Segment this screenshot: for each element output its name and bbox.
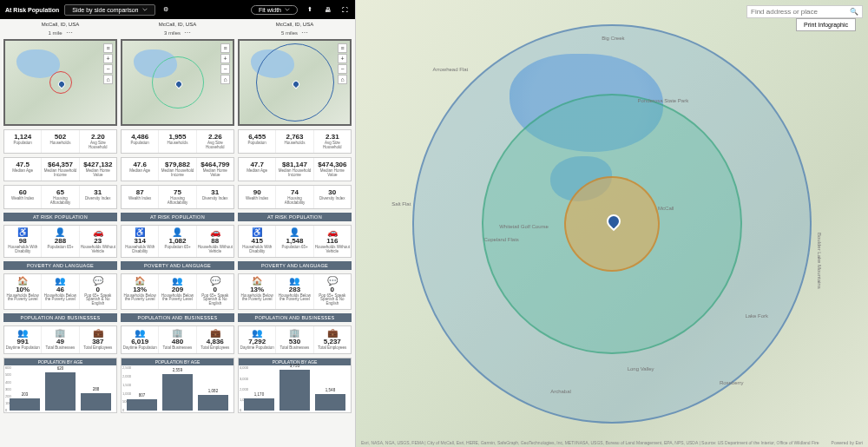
chart-bar: 1,548 [315,394,345,411]
stat-label: Households Without Vehicle [81,246,115,254]
mini-map-controls: ≡ + − ⌂ [338,43,347,84]
stat-value: $64,357 [43,161,77,168]
stat-label: Diversity Index [81,197,115,201]
map-label: Copeland Flats [484,237,519,242]
search-icon[interactable]: 🔍 [850,8,858,16]
stat-label: Households Below the Poverty Level [277,294,312,303]
stat-value: 1,955 [160,133,194,141]
powered-by: Powered by Esri [832,440,863,445]
stat-label: Daytime Population [240,346,274,351]
stat-label: Population 65+ [43,246,77,250]
search-input[interactable] [751,8,846,16]
stat-label: Total Employees [81,346,115,351]
stat-label: Median Home Value [81,169,115,178]
stat-label: Median Age [5,169,40,174]
legend-icon[interactable]: ≡ [103,43,113,53]
stat-cell: 2.31 Avg Size Household [314,130,351,153]
stat-cell: 31 Diversity Index [197,186,233,208]
zoom-in-button[interactable]: + [103,54,113,63]
stat-label: Avg Size Household [198,141,233,150]
stat-value: 31 [198,188,233,196]
stat-value: 530 [277,338,312,345]
fullscreen-icon[interactable]: ⛶ [339,4,350,15]
column-header: McCall, ID, USA 5 miles [238,22,352,36]
more-menu[interactable] [298,30,308,36]
zoom-out-button[interactable]: − [103,64,113,74]
stat-label: Avg Size Household [315,141,350,150]
comparison-dropdown[interactable]: Side by side comparison [64,4,155,16]
panel-title: At Risk Population [5,7,59,13]
mini-map[interactable]: ≡ + − ⌂ [121,39,234,126]
zoom-in-button[interactable]: + [338,54,347,63]
stat-value: 314 [122,237,157,245]
stat-label: Housing Affordability [160,197,194,206]
stat-value: 47.5 [5,161,40,168]
stat-icon: 👥 [43,277,77,286]
stat-row: 🏠 10% Households Below the Poverty Level… [3,273,117,311]
stat-row: ♿ 314 Households With Disability 👤 1,082… [121,225,234,258]
stat-icon: 💼 [198,329,233,338]
stat-cell: 74 Housing Affordability [276,186,313,208]
print-infographic-menu-item[interactable]: Print Infographic [796,18,856,31]
stat-cell: 👥 283 Households Below the Poverty Level [276,274,313,310]
ring-label: 5 miles [281,30,298,36]
stat-value: 49 [43,338,77,345]
export-icon[interactable]: ⬆ [305,4,315,15]
stat-value: 98 [5,237,40,245]
population-by-age-chart: POPULATION BY AGE 6005004003002001000 20… [3,358,117,413]
chart-title: POPULATION BY AGE [122,358,233,365]
map-search[interactable]: 🔍 [746,5,863,18]
home-button[interactable]: ⌂ [338,75,347,84]
chevron-down-icon [142,7,148,12]
stat-icon: 🚗 [81,228,115,237]
stat-icon: 🏠 [5,277,40,286]
stat-value: 209 [160,286,194,293]
map-label: Archabal [550,389,571,394]
bar-value: 620 [57,366,64,371]
stat-cell: 💼 387 Total Employees [80,326,116,353]
more-menu[interactable] [62,30,73,36]
stat-value: 415 [240,237,274,245]
stat-row: ♿ 98 Households With Disability 👤 288 Po… [3,225,117,258]
ring-label: 3 miles [164,30,181,36]
stat-icon: 🏢 [43,329,77,338]
print-icon[interactable]: 🖶 [322,4,332,15]
stat-cell: ♿ 415 Households With Disability [239,226,276,257]
stat-label: Median Home Value [315,169,350,178]
chart-bars: 4,0003,0002,0001,0000 1,1703,7551,548 [239,365,351,412]
stat-cell: 🏢 49 Total Businesses [42,326,79,353]
mini-map[interactable]: ≡ + − ⌂ [238,39,352,126]
zoom-in-button[interactable]: + [220,54,230,63]
stat-label: Households Below the Poverty Level [160,294,194,303]
stat-cell: $427,132 Median Home Value [80,158,116,181]
stat-row: 87 Wealth Index 75 Housing Affordability… [121,185,234,209]
gear-icon[interactable]: ⚙ [161,4,171,15]
stat-label: Households [277,141,312,146]
zoom-out-button[interactable]: − [338,64,347,74]
stat-cell: 💬 0 Pop 65+ Speak Spanish & No English [314,274,351,310]
stat-label: Median Home Value [198,169,233,178]
stat-value: 13% [240,286,274,293]
zoom-out-button[interactable]: − [220,64,230,74]
fit-width-button[interactable]: Fit width [251,5,298,15]
population-by-age-chart: POPULATION BY AGE 2,5002,0001,5001,00050… [121,358,234,413]
home-button[interactable]: ⌂ [220,75,230,84]
mini-map[interactable]: ≡ + − ⌂ [3,39,117,126]
stat-cell: $464,799 Median Home Value [197,158,233,181]
stat-icon: 👥 [122,329,157,338]
stat-row: 👥 7,292 Daytime Population 🏢 530 Total B… [238,325,352,354]
home-button[interactable]: ⌂ [103,75,113,84]
stat-label: Total Businesses [277,346,312,351]
section-header: POPULATION AND BUSINESSES [238,313,352,322]
stat-label: Population [122,141,157,146]
stat-label: Pop 65+ Speak Spanish & No English [198,294,233,307]
legend-icon[interactable]: ≡ [338,43,347,53]
stat-value: $464,799 [198,161,233,168]
legend-icon[interactable]: ≡ [220,43,230,53]
stat-value: $474,306 [315,161,350,168]
stat-value: 5,237 [315,338,350,345]
stat-label: Avg Size Household [81,141,115,150]
more-menu[interactable] [181,30,191,36]
main-map[interactable]: Ponderosa State Park McCall Copeland Fla… [356,0,868,447]
stat-label: Daytime Population [122,346,157,351]
